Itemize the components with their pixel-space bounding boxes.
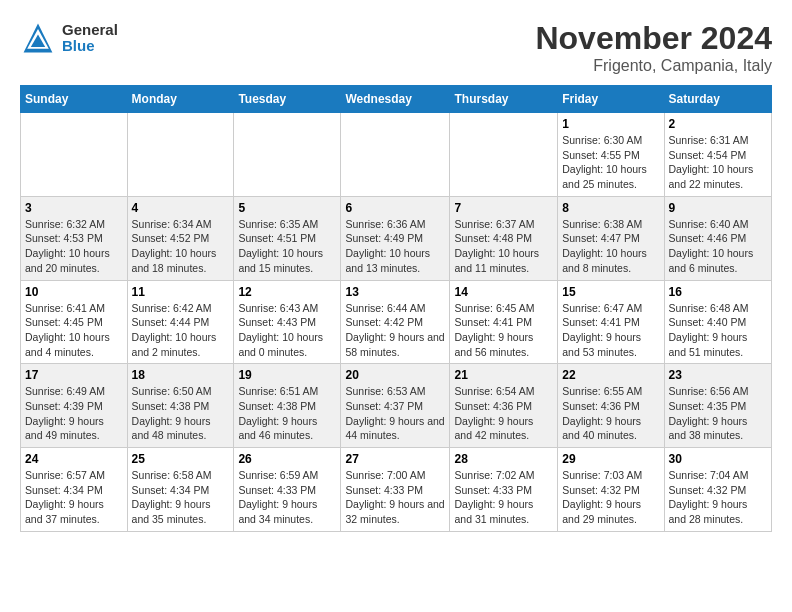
calendar-week-row: 10Sunrise: 6:41 AM Sunset: 4:45 PM Dayli…: [21, 280, 772, 364]
calendar-day-cell: 28Sunrise: 7:02 AM Sunset: 4:33 PM Dayli…: [450, 448, 558, 532]
day-of-week-header: Sunday: [21, 86, 128, 113]
calendar-day-cell: 4Sunrise: 6:34 AM Sunset: 4:52 PM Daylig…: [127, 196, 234, 280]
logo-text: General Blue: [62, 22, 118, 55]
day-number: 22: [562, 368, 659, 382]
day-info: Sunrise: 6:43 AM Sunset: 4:43 PM Dayligh…: [238, 301, 336, 360]
day-of-week-header: Monday: [127, 86, 234, 113]
day-info: Sunrise: 6:44 AM Sunset: 4:42 PM Dayligh…: [345, 301, 445, 360]
day-info: Sunrise: 7:02 AM Sunset: 4:33 PM Dayligh…: [454, 468, 553, 527]
location-subtitle: Frigento, Campania, Italy: [535, 57, 772, 75]
day-number: 3: [25, 201, 123, 215]
day-number: 16: [669, 285, 767, 299]
day-number: 13: [345, 285, 445, 299]
calendar-day-cell: 2Sunrise: 6:31 AM Sunset: 4:54 PM Daylig…: [664, 113, 771, 197]
day-info: Sunrise: 6:32 AM Sunset: 4:53 PM Dayligh…: [25, 217, 123, 276]
day-info: Sunrise: 6:58 AM Sunset: 4:34 PM Dayligh…: [132, 468, 230, 527]
day-number: 14: [454, 285, 553, 299]
day-info: Sunrise: 6:50 AM Sunset: 4:38 PM Dayligh…: [132, 384, 230, 443]
day-info: Sunrise: 6:37 AM Sunset: 4:48 PM Dayligh…: [454, 217, 553, 276]
day-info: Sunrise: 6:47 AM Sunset: 4:41 PM Dayligh…: [562, 301, 659, 360]
calendar-day-cell: 30Sunrise: 7:04 AM Sunset: 4:32 PM Dayli…: [664, 448, 771, 532]
day-number: 19: [238, 368, 336, 382]
day-number: 27: [345, 452, 445, 466]
calendar-day-cell: 21Sunrise: 6:54 AM Sunset: 4:36 PM Dayli…: [450, 364, 558, 448]
calendar-day-cell: 27Sunrise: 7:00 AM Sunset: 4:33 PM Dayli…: [341, 448, 450, 532]
day-of-week-header: Tuesday: [234, 86, 341, 113]
day-number: 7: [454, 201, 553, 215]
day-of-week-header: Saturday: [664, 86, 771, 113]
day-info: Sunrise: 6:30 AM Sunset: 4:55 PM Dayligh…: [562, 133, 659, 192]
calendar-day-cell: 22Sunrise: 6:55 AM Sunset: 4:36 PM Dayli…: [558, 364, 664, 448]
day-info: Sunrise: 7:03 AM Sunset: 4:32 PM Dayligh…: [562, 468, 659, 527]
day-number: 18: [132, 368, 230, 382]
day-number: 11: [132, 285, 230, 299]
calendar-day-cell: [450, 113, 558, 197]
calendar-day-cell: [341, 113, 450, 197]
day-number: 12: [238, 285, 336, 299]
calendar-day-cell: 19Sunrise: 6:51 AM Sunset: 4:38 PM Dayli…: [234, 364, 341, 448]
calendar-day-cell: 25Sunrise: 6:58 AM Sunset: 4:34 PM Dayli…: [127, 448, 234, 532]
day-number: 20: [345, 368, 445, 382]
day-number: 6: [345, 201, 445, 215]
logo-general-text: General: [62, 22, 118, 39]
day-number: 8: [562, 201, 659, 215]
calendar-day-cell: 17Sunrise: 6:49 AM Sunset: 4:39 PM Dayli…: [21, 364, 128, 448]
header-row: SundayMondayTuesdayWednesdayThursdayFrid…: [21, 86, 772, 113]
logo-icon: [20, 20, 56, 56]
calendar-table: SundayMondayTuesdayWednesdayThursdayFrid…: [20, 85, 772, 532]
month-title: November 2024: [535, 20, 772, 57]
calendar-day-cell: 10Sunrise: 6:41 AM Sunset: 4:45 PM Dayli…: [21, 280, 128, 364]
day-info: Sunrise: 6:40 AM Sunset: 4:46 PM Dayligh…: [669, 217, 767, 276]
day-info: Sunrise: 6:31 AM Sunset: 4:54 PM Dayligh…: [669, 133, 767, 192]
calendar-day-cell: [21, 113, 128, 197]
logo-blue-text: Blue: [62, 38, 118, 55]
day-number: 2: [669, 117, 767, 131]
calendar-day-cell: 8Sunrise: 6:38 AM Sunset: 4:47 PM Daylig…: [558, 196, 664, 280]
calendar-day-cell: 6Sunrise: 6:36 AM Sunset: 4:49 PM Daylig…: [341, 196, 450, 280]
calendar-week-row: 24Sunrise: 6:57 AM Sunset: 4:34 PM Dayli…: [21, 448, 772, 532]
day-number: 5: [238, 201, 336, 215]
day-info: Sunrise: 6:57 AM Sunset: 4:34 PM Dayligh…: [25, 468, 123, 527]
day-number: 25: [132, 452, 230, 466]
calendar-week-row: 17Sunrise: 6:49 AM Sunset: 4:39 PM Dayli…: [21, 364, 772, 448]
day-number: 21: [454, 368, 553, 382]
day-info: Sunrise: 6:59 AM Sunset: 4:33 PM Dayligh…: [238, 468, 336, 527]
day-number: 17: [25, 368, 123, 382]
calendar-day-cell: 9Sunrise: 6:40 AM Sunset: 4:46 PM Daylig…: [664, 196, 771, 280]
day-info: Sunrise: 6:42 AM Sunset: 4:44 PM Dayligh…: [132, 301, 230, 360]
calendar-week-row: 3Sunrise: 6:32 AM Sunset: 4:53 PM Daylig…: [21, 196, 772, 280]
calendar-day-cell: 29Sunrise: 7:03 AM Sunset: 4:32 PM Dayli…: [558, 448, 664, 532]
calendar-day-cell: [127, 113, 234, 197]
calendar-day-cell: 18Sunrise: 6:50 AM Sunset: 4:38 PM Dayli…: [127, 364, 234, 448]
day-info: Sunrise: 6:38 AM Sunset: 4:47 PM Dayligh…: [562, 217, 659, 276]
calendar-day-cell: 11Sunrise: 6:42 AM Sunset: 4:44 PM Dayli…: [127, 280, 234, 364]
day-info: Sunrise: 6:36 AM Sunset: 4:49 PM Dayligh…: [345, 217, 445, 276]
calendar-day-cell: 13Sunrise: 6:44 AM Sunset: 4:42 PM Dayli…: [341, 280, 450, 364]
day-info: Sunrise: 7:04 AM Sunset: 4:32 PM Dayligh…: [669, 468, 767, 527]
calendar-day-cell: 15Sunrise: 6:47 AM Sunset: 4:41 PM Dayli…: [558, 280, 664, 364]
calendar-day-cell: 16Sunrise: 6:48 AM Sunset: 4:40 PM Dayli…: [664, 280, 771, 364]
calendar-day-cell: 12Sunrise: 6:43 AM Sunset: 4:43 PM Dayli…: [234, 280, 341, 364]
day-number: 26: [238, 452, 336, 466]
calendar-header: SundayMondayTuesdayWednesdayThursdayFrid…: [21, 86, 772, 113]
calendar-day-cell: 5Sunrise: 6:35 AM Sunset: 4:51 PM Daylig…: [234, 196, 341, 280]
day-number: 9: [669, 201, 767, 215]
calendar-day-cell: 1Sunrise: 6:30 AM Sunset: 4:55 PM Daylig…: [558, 113, 664, 197]
day-info: Sunrise: 6:55 AM Sunset: 4:36 PM Dayligh…: [562, 384, 659, 443]
day-number: 24: [25, 452, 123, 466]
calendar-day-cell: 14Sunrise: 6:45 AM Sunset: 4:41 PM Dayli…: [450, 280, 558, 364]
day-of-week-header: Friday: [558, 86, 664, 113]
day-number: 29: [562, 452, 659, 466]
day-number: 28: [454, 452, 553, 466]
day-info: Sunrise: 7:00 AM Sunset: 4:33 PM Dayligh…: [345, 468, 445, 527]
day-number: 1: [562, 117, 659, 131]
calendar-day-cell: [234, 113, 341, 197]
calendar-day-cell: 3Sunrise: 6:32 AM Sunset: 4:53 PM Daylig…: [21, 196, 128, 280]
page-header: General Blue November 2024 Frigento, Cam…: [20, 20, 772, 75]
logo: General Blue: [20, 20, 118, 56]
day-info: Sunrise: 6:48 AM Sunset: 4:40 PM Dayligh…: [669, 301, 767, 360]
calendar-day-cell: 24Sunrise: 6:57 AM Sunset: 4:34 PM Dayli…: [21, 448, 128, 532]
day-info: Sunrise: 6:51 AM Sunset: 4:38 PM Dayligh…: [238, 384, 336, 443]
day-info: Sunrise: 6:35 AM Sunset: 4:51 PM Dayligh…: [238, 217, 336, 276]
day-number: 15: [562, 285, 659, 299]
